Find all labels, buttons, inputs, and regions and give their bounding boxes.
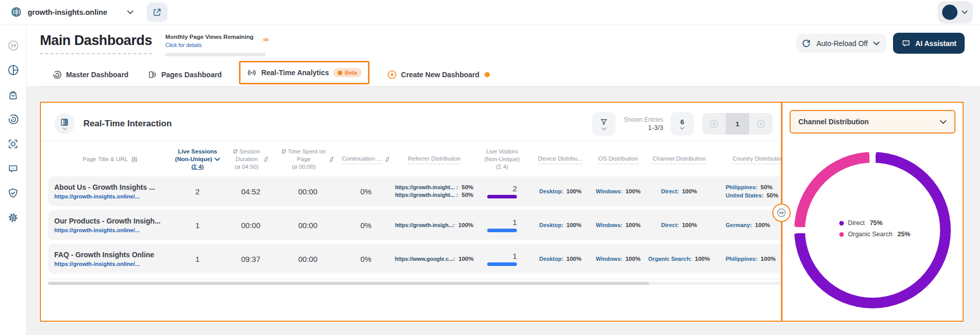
legend-item-direct[interactable]: Direct 75% — [839, 217, 910, 229]
column-header-duration[interactable]: Ø Session Duration (ø 04:50) — [223, 148, 278, 171]
privacy-shield-icon[interactable] — [7, 186, 20, 199]
column-header-time-on-page[interactable]: Ø Time Spent on Page (ø 00:00) — [278, 148, 337, 171]
table-row[interactable]: About Us - Growth Insights ... https://g… — [48, 176, 781, 206]
sliders-icon — [131, 156, 138, 163]
referrer-link[interactable]: https://growth-insight... : — [395, 191, 458, 199]
country-label: Philippines: — [726, 183, 757, 191]
sort-icon — [329, 156, 334, 163]
column-header-referrer[interactable]: Referrer Distribution — [395, 155, 474, 164]
legend-label: Organic Search — [848, 229, 892, 240]
column-aggregate: (ø 00:00) — [292, 163, 316, 171]
duration-cell: 00:00 — [223, 221, 278, 230]
ai-assistant-button[interactable]: AI Assistant — [893, 33, 965, 54]
page-size-selector[interactable]: 6 — [670, 112, 694, 136]
scrollbar-thumb[interactable] — [48, 282, 649, 285]
column-header-country[interactable]: Country Distribution — [712, 155, 781, 164]
column-label: Device Distribu... — [538, 155, 583, 164]
panel-resize-handle[interactable] — [772, 204, 791, 222]
chat-icon — [901, 38, 911, 48]
os-value: 100% — [625, 187, 640, 195]
table-row[interactable]: Our Products - Growth Insigh... https://… — [48, 210, 781, 240]
country-value: 50% — [760, 183, 772, 191]
horizontal-scrollbar[interactable] — [48, 282, 781, 285]
channel-label: Direct: — [661, 187, 679, 195]
tab-realtime-analytics[interactable]: Real-Time Analytics Beta — [247, 63, 361, 82]
tab-master-dashboard[interactable]: Master Dashboard — [50, 64, 130, 86]
refresh-icon — [801, 38, 811, 48]
column-header-visitors[interactable]: Live Visitors (Non-Unique) (Σ 4) — [474, 148, 530, 171]
next-page-button[interactable] — [749, 113, 773, 135]
column-label: Ø Session — [233, 148, 260, 155]
column-label: Live Visitors — [486, 148, 518, 155]
page-url-link[interactable]: https://growth-insights.online/... — [54, 261, 140, 267]
column-header-channel[interactable]: Channel Distribution — [646, 155, 712, 164]
page-title-text: Our Products - Growth Insigh... — [54, 217, 172, 225]
sort-icon — [385, 156, 390, 163]
os-label: Windows: — [596, 187, 622, 195]
filter-funnel-icon — [599, 118, 608, 126]
tab-pages-dashboard[interactable]: Pages Dashboard — [146, 64, 224, 85]
column-header-page[interactable]: Page Title & URL — [48, 155, 172, 163]
analytics-radar-icon[interactable] — [7, 113, 20, 126]
current-page[interactable]: 1 — [726, 113, 749, 135]
page-size-value: 6 — [680, 118, 684, 126]
os-cell: Windows:100% — [591, 221, 646, 229]
widget-type-selector[interactable] — [54, 114, 75, 134]
visitors-bar — [487, 195, 517, 198]
sessions-cell: 1 — [172, 221, 223, 230]
page-cell: About Us - Growth Insights ... https://g… — [48, 183, 172, 200]
prev-page-button[interactable] — [702, 113, 726, 135]
channel-value: 100% — [682, 187, 697, 195]
visitors-cell: 2 — [474, 184, 530, 198]
tab-label: Master Dashboard — [66, 71, 128, 79]
quota-details-link[interactable]: Click for details — [165, 42, 202, 48]
column-header-continuation[interactable]: Continuation ... — [337, 155, 395, 164]
tab-label: Real-Time Analytics — [261, 69, 329, 77]
site-selector[interactable]: growth-insights.online — [10, 6, 134, 18]
page-url-link[interactable]: https://growth-insights.online/... — [54, 227, 140, 233]
os-value: 100% — [625, 221, 640, 229]
user-menu[interactable] — [938, 1, 973, 24]
page-url-link[interactable]: https://growth-insights.online/... — [54, 193, 140, 199]
auto-reload-dropdown[interactable]: Auto-Reload Off — [796, 34, 886, 53]
external-link-icon — [153, 8, 162, 17]
feedback-chat-icon[interactable] — [7, 162, 20, 175]
column-header-sessions[interactable]: Live Sessions (Non-Unique) (Σ 4) — [172, 148, 223, 171]
tab-create-new-dashboard[interactable]: Create New Dashboard — [385, 63, 492, 86]
referrer-cell: https://growth-insight... :50% https://g… — [395, 184, 474, 199]
visitors-bar — [487, 229, 517, 232]
quota-value: ∞ — [263, 35, 269, 43]
column-label: (Non-Unique) — [175, 155, 212, 163]
collapse-sidebar-icon[interactable] — [7, 39, 20, 52]
chart-legend: Direct 75% Organic Search 25% — [839, 217, 910, 240]
session-scan-icon[interactable] — [7, 137, 20, 150]
app-root: growth-insights.online — [0, 0, 980, 335]
device-label: Desktop: — [539, 255, 563, 263]
open-site-button[interactable] — [147, 3, 167, 22]
dashboards-icon[interactable] — [7, 63, 20, 77]
column-header-device[interactable]: Device Distribu... — [530, 155, 591, 164]
filter-button[interactable] — [592, 112, 616, 136]
chart-metric-dropdown[interactable]: Channel Distribution — [790, 110, 955, 133]
table-row[interactable]: FAQ - Growth Insights Online https://gro… — [48, 244, 781, 274]
page-title-text: FAQ - Growth Insights Online — [54, 251, 172, 259]
continuation-cell: 0% — [337, 255, 395, 263]
settings-gear-icon[interactable] — [7, 211, 20, 224]
referrer-link[interactable]: https://growth-insight... : — [395, 184, 458, 191]
channel-label: Organic Search: — [648, 255, 692, 263]
referrer-cell: https://www.google.c...:100% — [395, 255, 474, 263]
globe-icon — [10, 6, 22, 18]
avatar — [942, 5, 957, 20]
column-header-os[interactable]: OS Distribution — [591, 155, 646, 164]
referrer-link[interactable]: https://www.google.c...: — [395, 255, 455, 263]
referrer-link[interactable]: https://growth-insigh...: — [395, 221, 455, 229]
chart-panel: Channel Distribution Direct — [782, 103, 963, 321]
legend-item-organic-search[interactable]: Organic Search 25% — [839, 229, 910, 240]
duration-cell: 04:52 — [223, 187, 278, 196]
referrer-value: 100% — [459, 255, 473, 263]
ecommerce-bag-icon[interactable] — [7, 88, 20, 101]
sort-icon — [264, 156, 269, 163]
auto-reload-label: Auto-Reload Off — [816, 39, 867, 48]
topbar: growth-insights.online — [0, 0, 980, 25]
device-cell: Desktop:100% — [530, 255, 591, 263]
